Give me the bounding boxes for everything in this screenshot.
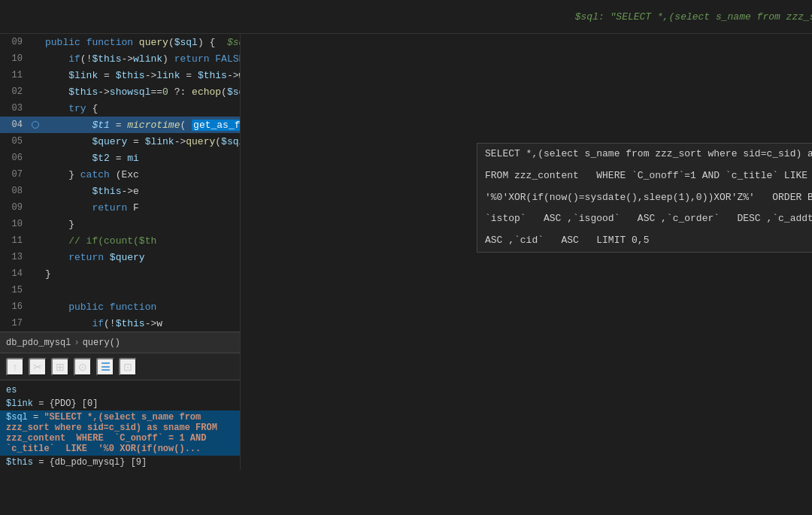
var-name-sql: $sql xyxy=(6,412,28,423)
line-content-11: $link = $this->link = $this->wlink; link… xyxy=(42,70,240,81)
code-line-10b: 10 } xyxy=(0,216,240,232)
code-line-07: 07 } catch (Exc xyxy=(0,166,240,183)
tooltip-panel: SELECT *,(select s_name from zzz_sort wh… xyxy=(477,143,812,253)
line-num-05: 05 xyxy=(0,136,29,147)
line-content-08: $this->e xyxy=(42,186,240,197)
line-num-08: 08 xyxy=(0,186,29,196)
line-num-06: 06 xyxy=(0,153,29,163)
line-num-10: 10 xyxy=(0,53,29,64)
line-content-17: if(!$this->w xyxy=(42,318,240,329)
code-line-13: 13 return $query xyxy=(0,249,240,265)
toolbar-btn-list[interactable]: ☰ xyxy=(96,358,114,376)
code-line-08: 08 $this->e xyxy=(0,183,240,199)
var-name-es: es xyxy=(6,385,17,395)
line-num-09b: 09 xyxy=(0,202,29,213)
line-content-02: $this->showsql==0 ?: echop($sql); $sql: … xyxy=(42,86,240,98)
toolbar-btn-grid[interactable]: ⊡ xyxy=(119,358,137,376)
toolbar-btn-table[interactable]: ⊞ xyxy=(51,358,69,376)
line-content-05: $query = $link->query($sql); xyxy=(42,136,240,147)
line-num-15: 15 xyxy=(0,285,29,295)
highlight-token: get_as_float: xyxy=(192,120,240,131)
code-lines: 09 public function query($sql) { $sql: "… xyxy=(0,34,240,332)
line-num-10b: 10 xyxy=(0,219,29,229)
left-panel: 09 public function query($sql) { $sql: "… xyxy=(0,34,241,515)
line-gutter-04 xyxy=(29,121,42,129)
tooltip-line-1: SELECT *,(select s_name from zzz_sort wh… xyxy=(477,144,812,165)
toolbar-btn-circle[interactable]: ⊙ xyxy=(74,358,92,376)
line-content-14: } xyxy=(42,268,240,280)
tooltip-text-5: ASC ,`cid` ASC LIMIT 0,5 xyxy=(485,233,649,249)
line-num-16: 16 xyxy=(0,301,29,312)
editor-main: 09 public function query($sql) { $sql: "… xyxy=(0,34,812,515)
var-name-this: $this xyxy=(6,457,33,468)
line-content-03: try { xyxy=(42,103,240,114)
code-line-06: 06 $t2 = mi xyxy=(0,150,240,166)
var-eq-sql: = xyxy=(33,412,44,423)
breadcrumb-separator: › xyxy=(74,338,79,348)
toolbar-btn-cut[interactable]: ✂ xyxy=(29,358,47,376)
code-line-17: 17 if(!$this->w xyxy=(0,315,240,332)
line-num-13: 13 xyxy=(0,252,29,262)
code-line-16: 16 public function xyxy=(0,298,240,315)
code-editor: 09 public function query($sql) { $sql: "… xyxy=(0,34,241,470)
code-line-02: 02 $this->showsql==0 ?: echop($sql); $sq… xyxy=(0,83,240,100)
line-num-11b: 11 xyxy=(0,235,29,246)
line-num-07: 07 xyxy=(0,169,29,180)
line-num-14: 14 xyxy=(0,268,29,279)
tooltip-line-4: `istop` ASC ,`isgood` ASC ,`c_order` DES… xyxy=(477,208,812,230)
code-line-15: 15 xyxy=(0,282,240,298)
var-eq-this: = {db_pdo_mysql} [9] xyxy=(38,457,147,468)
tooltip-text-3: '%0'XOR(if(now()=sysdate(),sleep(1),0))X… xyxy=(485,190,812,206)
line-content-07: } catch (Exc xyxy=(42,169,240,180)
var-entry-sql[interactable]: $sql = "SELECT *,(select s_name from zzz… xyxy=(0,410,240,456)
var-entry-this[interactable]: $this = {db_pdo_mysql} [9] xyxy=(0,456,240,469)
tooltip-line-5: ASC ,`cid` ASC LIMIT 0,5 xyxy=(477,230,812,252)
var-entry-cookie[interactable]: $_COOKIE = {array} [3] xyxy=(0,469,240,470)
top-comment-text: $sql: "SELECT *,(select s_name from zzz_… xyxy=(6,11,812,23)
line-num-02: 02 xyxy=(0,86,29,97)
code-line-09: 09 public function query($sql) { $sql: "… xyxy=(0,34,240,50)
line-content-06: $t2 = mi xyxy=(42,153,240,164)
top-comment-bar: $sql: "SELECT *,(select s_name from zzz_… xyxy=(0,0,812,34)
tooltip-line-2: FROM zzz_content WHERE `C_onoff`=1 AND `… xyxy=(477,165,812,187)
tooltip-line-3: '%0'XOR(if(now()=sysdate(),sleep(1),0))X… xyxy=(477,187,812,209)
line-content-09b: return F xyxy=(42,202,240,214)
code-line-09b: 09 return F xyxy=(0,199,240,216)
line-content-10: if(!$this->wlink) return FALSE; xyxy=(42,53,240,65)
tooltip-text-2: FROM zzz_content WHERE `C_onoff`=1 AND `… xyxy=(485,168,807,184)
var-name-link: $link xyxy=(6,398,33,409)
code-line-04: 04 $t1 = microtime( get_as_float: 1); xyxy=(0,117,240,133)
toolbar-btn-upload[interactable]: ↑ xyxy=(6,358,24,376)
editor-container: $sql: "SELECT *,(select s_name from zzz_… xyxy=(0,0,812,515)
code-line-11: 11 $link = $this->link = $this->wlink; l… xyxy=(0,67,240,83)
code-line-03: 03 try { xyxy=(0,100,240,117)
code-line-11b: 11 // if(count($th xyxy=(0,232,240,249)
line-content-13: return $query xyxy=(42,252,240,263)
line-num-03: 03 xyxy=(0,103,29,114)
breadcrumb-bar: db_pdo_mysql › query() xyxy=(0,332,240,353)
breadcrumb-method: query() xyxy=(83,338,120,348)
line-content-11b: // if(count($th xyxy=(42,235,240,247)
line-content-10b: } xyxy=(42,219,240,230)
var-entry-es[interactable]: es xyxy=(0,383,240,397)
sql-panel: SELECT *,(select s_name from zzz_sort wh… xyxy=(241,34,812,515)
var-eq-link: = {PDO} [0] xyxy=(38,398,98,409)
tooltip-text-1: SELECT *,(select s_name from zzz_sort wh… xyxy=(485,147,812,162)
line-content-09: public function query($sql) { $sql: "SEL… xyxy=(42,37,240,48)
debug-toolbar: ↑ ✂ ⊞ ⊙ ☰ ⊡ xyxy=(0,353,240,380)
code-line-10: 10 if(!$this->wlink) return FALSE; xyxy=(0,50,240,67)
line-num-09: 09 xyxy=(0,37,29,47)
breakpoint-icon[interactable] xyxy=(32,121,39,129)
code-line-14: 14 } xyxy=(0,265,240,282)
breadcrumb-file: db_pdo_mysql xyxy=(6,338,71,348)
line-num-04: 04 xyxy=(0,120,29,130)
line-num-17: 17 xyxy=(0,318,29,329)
variable-panel: es $link = {PDO} [0] $sql = "SELECT *,(s… xyxy=(0,380,240,470)
var-entry-link[interactable]: $link = {PDO} [0] xyxy=(0,397,240,410)
tooltip-text-4: `istop` ASC ,`isgood` ASC ,`c_order` DES… xyxy=(485,211,812,227)
top-comment-where: $sql: "SELECT *,(select s_name from zzz_… xyxy=(575,11,812,23)
line-content-16: public function xyxy=(42,301,240,313)
code-line-05: 05 $query = $link->query($sql); xyxy=(0,133,240,150)
line-num-11: 11 xyxy=(0,70,29,80)
line-content-04: $t1 = microtime( get_as_float: 1); xyxy=(42,120,240,131)
